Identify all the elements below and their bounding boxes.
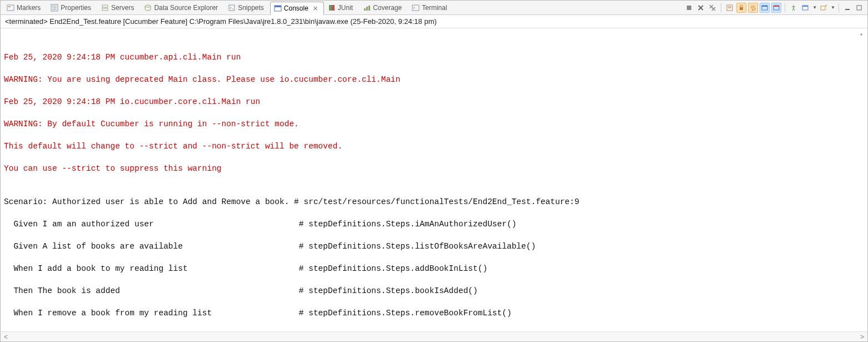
launch-status-line: <terminated> End2End_Test.feature [Cucum… xyxy=(1,15,867,28)
console-warning-line: WARNING: You are using deprecated Main c… xyxy=(4,74,864,85)
console-output[interactable]: ▴ Feb 25, 2020 9:24:18 PM cucumber.api.c… xyxy=(1,28,867,331)
show-on-out-button[interactable] xyxy=(760,3,770,13)
view-tabbar: Markers Properties Servers Data Source E… xyxy=(1,1,867,15)
console-toolbar: ▼ ▼ xyxy=(684,3,865,13)
svg-rect-14 xyxy=(364,8,366,11)
junit-icon xyxy=(328,4,336,12)
tab-snippets[interactable]: Snippets xyxy=(224,1,270,14)
svg-rect-0 xyxy=(7,5,14,11)
tab-label: Data Source Explorer xyxy=(154,4,218,12)
dropdown-icon[interactable]: ▼ xyxy=(812,5,817,10)
show-on-err-button[interactable] xyxy=(771,3,781,13)
scenario-header: Scenario: Authorized user is able to Add… xyxy=(4,196,864,207)
svg-rect-1 xyxy=(8,6,11,7)
close-icon[interactable]: ✕ xyxy=(313,5,318,12)
svg-rect-7 xyxy=(102,8,108,11)
tab-label: JUnit xyxy=(338,4,353,12)
svg-point-8 xyxy=(145,5,151,7)
properties-icon xyxy=(51,4,58,12)
tab-terminal[interactable]: Terminal xyxy=(408,1,453,14)
coverage-icon xyxy=(363,4,371,12)
tab-console[interactable]: Console ✕ xyxy=(270,2,324,15)
tab-label: Servers xyxy=(111,4,134,12)
tab-label: Snippets xyxy=(238,4,264,12)
tab-label: Properties xyxy=(61,4,91,12)
console-icon xyxy=(274,4,282,12)
clear-console-button[interactable] xyxy=(725,3,735,13)
step-line: When I remove a book from my reading lis… xyxy=(4,308,864,319)
new-console-button[interactable] xyxy=(819,3,829,13)
tab-datasource-explorer[interactable]: Data Source Explorer xyxy=(140,1,224,14)
tab-coverage[interactable]: Coverage xyxy=(359,1,408,14)
snippets-icon xyxy=(228,4,236,12)
svg-rect-29 xyxy=(821,6,825,10)
terminate-button[interactable] xyxy=(684,3,694,13)
tab-label: Coverage xyxy=(373,4,402,12)
separator xyxy=(785,3,785,12)
tab-label: Terminal xyxy=(422,4,447,12)
servers-icon xyxy=(101,4,109,12)
remove-all-launches-button[interactable] xyxy=(707,3,717,13)
tab-properties[interactable]: Properties xyxy=(47,1,97,14)
svg-rect-17 xyxy=(412,5,419,11)
separator xyxy=(839,3,839,12)
step-line: Given A list of books are available # st… xyxy=(4,241,864,252)
word-wrap-button[interactable] xyxy=(748,3,758,13)
step-line: Then The book is removed # stepDefinitio… xyxy=(4,330,864,331)
step-line: Given I am an authorized user # stepDefi… xyxy=(4,219,864,230)
tab-label: Markers xyxy=(17,4,41,12)
tab-junit[interactable]: JUnit xyxy=(324,1,359,14)
console-warning-line: Feb 25, 2020 9:24:18 PM cucumber.api.cli… xyxy=(4,52,864,63)
console-warning-line: You can use --strict to suppress this wa… xyxy=(4,163,864,174)
console-warning-line: WARNING: By default Cucumber is running … xyxy=(4,118,864,130)
svg-rect-18 xyxy=(687,6,691,10)
svg-rect-24 xyxy=(762,6,767,7)
svg-rect-9 xyxy=(229,5,235,11)
datasource-icon xyxy=(144,4,152,12)
pin-console-button[interactable] xyxy=(789,3,799,13)
maximize-view-button[interactable] xyxy=(854,3,864,13)
svg-rect-22 xyxy=(740,7,743,10)
scroll-right-icon[interactable]: > xyxy=(860,333,864,341)
minimize-view-button[interactable] xyxy=(842,3,852,13)
scroll-left-icon[interactable]: < xyxy=(4,333,8,341)
svg-rect-26 xyxy=(774,6,779,7)
svg-rect-16 xyxy=(368,6,370,11)
display-selected-console-button[interactable] xyxy=(800,3,810,13)
svg-rect-15 xyxy=(366,7,368,11)
console-warning-line: Feb 25, 2020 9:24:18 PM io.cucumber.core… xyxy=(4,96,864,107)
scroll-up-icon[interactable]: ▴ xyxy=(857,31,865,38)
console-warning-line: This default will change to --strict and… xyxy=(4,141,864,152)
svg-rect-13 xyxy=(332,5,335,11)
horizontal-scrollbar[interactable]: < > xyxy=(1,331,867,341)
step-line: Then The book is added # stepDefinitions… xyxy=(4,285,864,296)
tab-markers[interactable]: Markers xyxy=(3,1,47,14)
remove-launch-button[interactable] xyxy=(696,3,706,13)
svg-rect-11 xyxy=(275,6,281,7)
tab-label: Console xyxy=(284,4,308,12)
step-line: When I add a book to my reading list # s… xyxy=(4,263,864,274)
svg-rect-28 xyxy=(802,6,808,7)
dropdown-icon[interactable]: ▼ xyxy=(831,5,835,10)
svg-rect-31 xyxy=(857,6,861,10)
scroll-lock-button[interactable] xyxy=(736,3,746,13)
separator xyxy=(721,3,721,12)
terminal-icon xyxy=(412,4,420,12)
svg-rect-6 xyxy=(102,5,108,7)
svg-rect-12 xyxy=(329,5,332,11)
markers-icon xyxy=(7,4,14,12)
tab-servers[interactable]: Servers xyxy=(97,1,140,14)
